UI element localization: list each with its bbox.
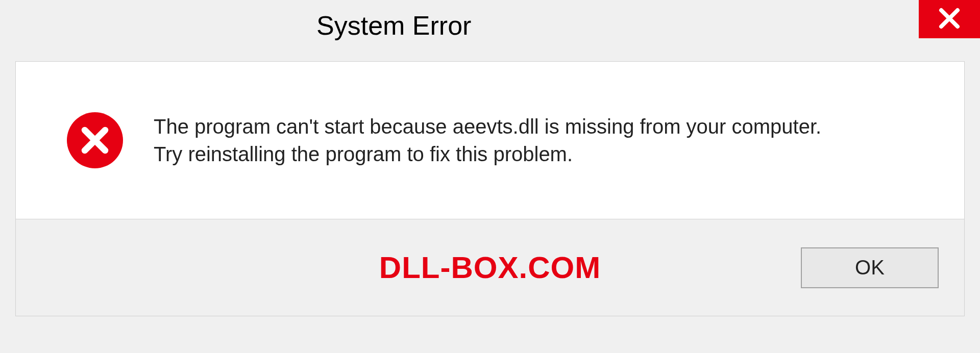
- error-message-line1: The program can't start because aeevts.d…: [154, 113, 821, 140]
- error-message: The program can't start because aeevts.d…: [154, 113, 821, 168]
- error-icon: [67, 112, 123, 168]
- dialog-content: The program can't start because aeevts.d…: [15, 61, 965, 219]
- dialog-footer: DLL-BOX.COM OK: [15, 219, 965, 316]
- dialog-titlebar: System Error: [0, 0, 980, 51]
- close-button[interactable]: [919, 0, 980, 38]
- dialog-title: System Error: [316, 0, 471, 41]
- watermark-text: DLL-BOX.COM: [379, 250, 601, 285]
- error-message-line2: Try reinstalling the program to fix this…: [154, 140, 821, 168]
- ok-button[interactable]: OK: [801, 247, 939, 288]
- close-icon: [937, 6, 962, 33]
